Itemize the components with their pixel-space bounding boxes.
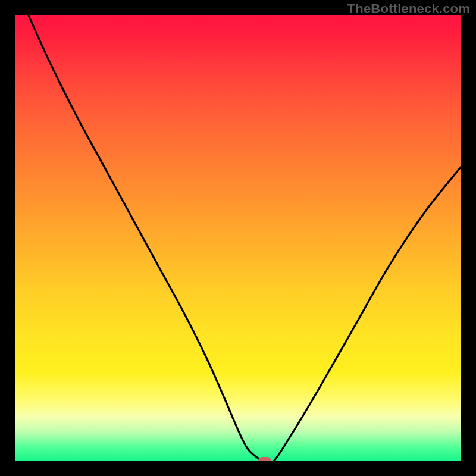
chart-frame: TheBottleneck.com [0,0,476,476]
watermark-label: TheBottleneck.com [347,1,470,17]
bottleneck-curve [15,15,461,461]
minimum-marker [258,457,271,461]
plot-area [15,15,461,461]
